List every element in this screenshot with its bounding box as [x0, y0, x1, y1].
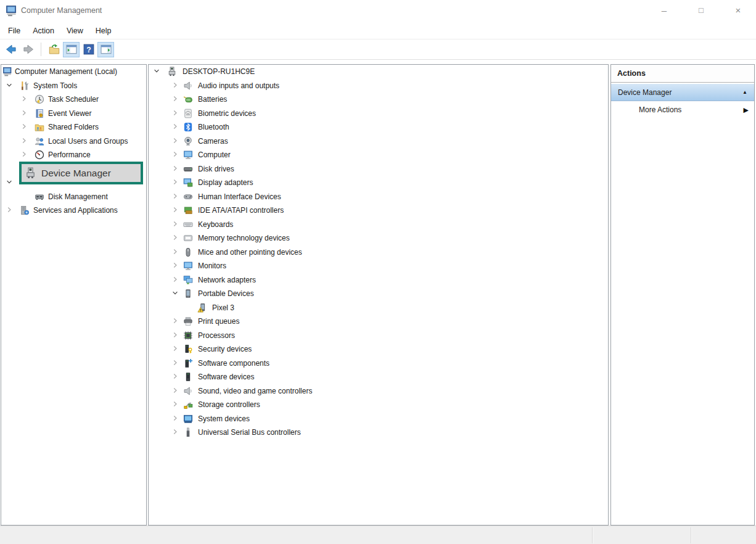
window-title: Computer Management	[21, 6, 102, 15]
chevron-collapsed-icon[interactable]	[20, 150, 28, 159]
tree-item-pixel-3[interactable]: Pixel 3	[149, 301, 608, 315]
console-tree-toggle-button[interactable]	[63, 42, 80, 57]
actions-header: Actions	[611, 65, 754, 83]
tree-item-desktop-ru1hc9e[interactable]: DESKTOP-RU1HC9E	[149, 65, 608, 79]
tree-item-label: Keyboards	[198, 218, 233, 232]
chevron-collapsed-icon[interactable]	[171, 164, 179, 173]
chevron-collapsed-icon[interactable]	[171, 358, 179, 367]
chevron-collapsed-icon[interactable]	[171, 344, 179, 353]
chevron-collapsed-icon[interactable]	[171, 81, 179, 89]
tree-item-label: Disk drives	[198, 162, 234, 176]
tree-item-disk-drives[interactable]: Disk drives	[149, 162, 608, 176]
tree-item-software-components[interactable]: Software components	[149, 356, 608, 371]
chevron-collapsed-icon[interactable]	[20, 109, 28, 117]
submenu-arrow-icon: ▶	[744, 106, 749, 114]
menu-help[interactable]: Help	[89, 22, 118, 39]
tree-item-disk-management[interactable]: Disk Management	[1, 190, 146, 204]
monitor-icon	[183, 261, 193, 271]
tree-item-mice-and-other-pointing-devices[interactable]: Mice and other pointing devices	[149, 245, 608, 260]
more-actions-item[interactable]: More Actions ▶	[611, 101, 754, 118]
up-level-button[interactable]	[46, 42, 62, 57]
tree-item-computer[interactable]: Computer	[149, 148, 608, 162]
chevron-collapsed-icon[interactable]	[5, 205, 14, 214]
tree-item-system-tools[interactable]: System Tools	[1, 79, 146, 93]
tree-item-shared-folders[interactable]: Shared Folders	[1, 120, 146, 134]
chevron-collapsed-icon[interactable]	[171, 122, 179, 131]
tree-item-universal-serial-bus-controllers[interactable]: Universal Serial Bus controllers	[149, 426, 608, 440]
chevron-collapsed-icon[interactable]	[171, 136, 179, 145]
tree-item-biometric-devices[interactable]: Biometric devices	[149, 107, 608, 121]
action-pane-toggle-button[interactable]	[97, 42, 114, 57]
console-tree-pane: Computer Management (Local)System ToolsT…	[1, 64, 147, 525]
tree-item-computer-management-local[interactable]: Computer Management (Local)	[1, 65, 146, 79]
tree-item-batteries[interactable]: Batteries	[149, 93, 608, 107]
tree-item-audio-inputs-and-outputs[interactable]: Audio inputs and outputs	[149, 79, 608, 93]
chevron-collapsed-icon[interactable]	[171, 400, 179, 408]
chevron-expanded-icon[interactable]	[5, 81, 14, 89]
chevron-collapsed-icon[interactable]	[171, 316, 179, 325]
chevron-collapsed-icon[interactable]	[171, 94, 179, 103]
chevron-collapsed-icon[interactable]	[171, 331, 179, 339]
chevron-collapsed-icon[interactable]	[171, 150, 179, 159]
chevron-collapsed-icon[interactable]	[20, 94, 28, 103]
chevron-collapsed-icon[interactable]	[171, 205, 179, 214]
chevron-expanded-icon[interactable]	[152, 67, 161, 75]
tree-item-keyboards[interactable]: Keyboards	[149, 218, 608, 232]
tree-item-task-scheduler[interactable]: Task Scheduler	[1, 93, 146, 107]
tree-item-label: Disk Management	[48, 190, 108, 204]
chevron-collapsed-icon[interactable]	[171, 178, 179, 186]
chevron-collapsed-icon[interactable]	[171, 233, 179, 242]
tree-item-processors[interactable]: Processors	[149, 329, 608, 343]
chevron-collapsed-icon[interactable]	[171, 386, 179, 395]
minimize-button[interactable]: –	[655, 3, 673, 18]
tree-item-software-devices[interactable]: Software devices	[149, 370, 608, 384]
tree-item-bluetooth[interactable]: Bluetooth	[149, 120, 608, 134]
tree-item-local-users-and-groups[interactable]: Local Users and Groups	[1, 134, 146, 149]
help-button[interactable]: ?	[80, 42, 97, 57]
chevron-expanded-icon[interactable]	[171, 289, 179, 297]
software-device-icon	[183, 372, 193, 382]
phone-warning-icon	[197, 303, 207, 313]
tree-item-cameras[interactable]: Cameras	[149, 134, 608, 149]
actions-section-device-manager[interactable]: Device Manager ▲	[611, 84, 754, 101]
menu-view[interactable]: View	[60, 22, 89, 39]
tree-item-monitors[interactable]: Monitors	[149, 259, 608, 273]
collapse-section-icon[interactable]: ▲	[742, 89, 747, 95]
chevron-collapsed-icon[interactable]	[171, 427, 179, 436]
chevron-collapsed-icon[interactable]	[171, 261, 179, 270]
chevron-collapsed-icon[interactable]	[171, 414, 179, 422]
tree-item-performance[interactable]: Performance	[1, 148, 146, 162]
status-bar	[0, 525, 756, 544]
chevron-collapsed-icon[interactable]	[171, 275, 179, 284]
chevron-collapsed-icon[interactable]	[171, 372, 179, 381]
forward-button[interactable]	[20, 42, 36, 57]
tree-item-sound-video-and-game-controllers[interactable]: Sound, video and game controllers	[149, 384, 608, 398]
menu-action[interactable]: Action	[27, 22, 60, 39]
chevron-collapsed-icon[interactable]	[20, 122, 28, 131]
chevron-collapsed-icon[interactable]	[171, 109, 179, 117]
annotation-highlight-device-manager[interactable]: Device Manager	[19, 162, 143, 184]
tree-item-system-devices[interactable]: System devices	[149, 412, 608, 426]
tree-item-event-viewer[interactable]: Event Viewer	[1, 107, 146, 121]
tree-item-services-and-applications[interactable]: Services and Applications	[1, 204, 146, 218]
chevron-collapsed-icon[interactable]	[171, 247, 179, 256]
tree-item-network-adapters[interactable]: Network adapters	[149, 273, 608, 287]
tree-item-portable-devices[interactable]: Portable Devices	[149, 287, 608, 301]
tree-item-print-queues[interactable]: Print queues	[149, 315, 608, 329]
maximize-button[interactable]: □	[692, 3, 710, 18]
chevron-expanded-icon[interactable]	[5, 178, 14, 186]
chevron-collapsed-icon[interactable]	[171, 220, 179, 228]
tree-item-storage-controllers[interactable]: Storage controllers	[149, 398, 608, 412]
tree-item-display-adapters[interactable]: Display adapters	[149, 176, 608, 190]
tree-item-memory-technology-devices[interactable]: Memory technology devices	[149, 231, 608, 245]
chevron-collapsed-icon[interactable]	[171, 192, 179, 200]
computer-management-icon	[2, 67, 12, 76]
menu-file[interactable]: File	[2, 22, 27, 39]
tree-item-ide-ata-atapi-controllers[interactable]: IDE ATA/ATAPI controllers	[149, 204, 608, 218]
tree-item-human-interface-devices[interactable]: Human Interface Devices	[149, 190, 608, 204]
back-button[interactable]	[2, 42, 19, 57]
tree-item-security-devices[interactable]: Security devices	[149, 342, 608, 356]
close-button[interactable]: ×	[729, 3, 747, 18]
chevron-collapsed-icon[interactable]	[20, 136, 28, 145]
back-arrow-icon	[6, 44, 17, 55]
